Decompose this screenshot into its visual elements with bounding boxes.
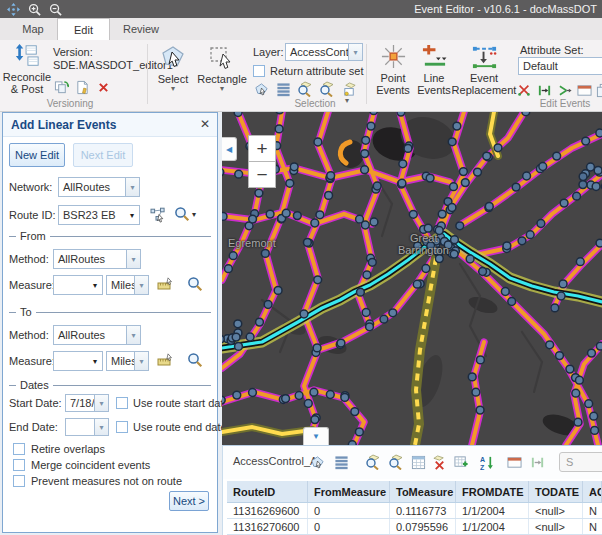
event-replacement-button[interactable]: EventReplacement: [452, 43, 516, 96]
to-method-dropdown[interactable]: AllRoutes ▾: [53, 325, 141, 345]
sort-az-icon[interactable]: [479, 454, 495, 470]
trim-event-icon: [529, 454, 545, 470]
column-header[interactable]: TODATE: [529, 481, 583, 502]
pan-icon[interactable]: [5, 2, 21, 16]
start-date-picker[interactable]: 7/18/ ▾: [65, 394, 109, 412]
from-method-label: Method:: [9, 253, 49, 265]
merge-event-icon[interactable]: [557, 82, 573, 98]
chevron-down-icon: ▾: [125, 178, 139, 196]
map-viewport[interactable]: Egremont Great Barrington ◀ + − ▼: [222, 112, 602, 445]
pan-to-selection-icon[interactable]: [319, 81, 335, 97]
return-attribute-set-checkbox[interactable]: [253, 65, 265, 77]
chevron-down-icon: ▾: [171, 85, 175, 93]
new-version-icon[interactable]: [74, 79, 90, 95]
use-route-start-date-checkbox[interactable]: [116, 397, 128, 409]
line-events-button[interactable]: LineEvents: [414, 43, 454, 96]
tab-map[interactable]: Map: [10, 18, 56, 40]
use-route-start-date-label: Use route start date: [133, 397, 230, 409]
close-icon[interactable]: ✕: [200, 117, 210, 131]
pan-to-selected-icon[interactable]: [388, 454, 404, 470]
column-header[interactable]: FromMeasure: [308, 481, 390, 502]
delete-version-icon[interactable]: [95, 79, 111, 95]
zoom-to-measure-icon[interactable]: [186, 275, 203, 292]
select-route-on-map-icon[interactable]: [149, 206, 166, 223]
collapse-table-button[interactable]: ▼: [303, 427, 329, 445]
edit-events-group-label: Edit Events: [525, 98, 602, 109]
selection-list-icon[interactable]: [275, 81, 291, 97]
attribute-window-icon[interactable]: [506, 454, 522, 470]
table-search-input[interactable]: S: [559, 452, 602, 472]
use-route-end-date-checkbox[interactable]: [116, 421, 128, 433]
chevron-down-icon[interactable]: ▾: [192, 211, 196, 219]
table-row[interactable]: 11316269600 0 0.1116773 1/1/2004 <null> …: [227, 503, 602, 519]
add-record-icon[interactable]: [453, 454, 469, 470]
measure-on-map-icon[interactable]: [156, 276, 173, 293]
from-measure-combobox[interactable]: ▾: [53, 275, 103, 295]
clear-selection-icon[interactable]: [431, 454, 447, 470]
to-measure-label: Measure:: [9, 355, 55, 367]
to-measure-combobox[interactable]: ▾: [53, 351, 103, 371]
attribute-window-icon[interactable]: [576, 82, 592, 98]
map-zoom-in-button[interactable]: +: [248, 135, 276, 162]
pagination-icon[interactable]: [410, 454, 426, 470]
attribute-table: RouteID FromMeasure ToMeasure FROMDATE T…: [227, 481, 602, 535]
map-label-great: Great: [410, 232, 438, 244]
zoom-in-icon[interactable]: [26, 2, 42, 16]
version-properties-icon[interactable]: [53, 79, 69, 95]
zoom-out-icon[interactable]: [47, 2, 63, 16]
prevent-measures-checkbox[interactable]: [13, 475, 25, 487]
rectangle-select-icon: [208, 43, 236, 71]
attribute-set-dropdown[interactable]: Default: [518, 57, 602, 75]
select-button[interactable]: Select ▾: [152, 43, 194, 93]
column-header[interactable]: FROMDATE: [456, 481, 529, 502]
zoom-to-measure-icon[interactable]: [186, 351, 203, 368]
next-button[interactable]: Next >: [169, 491, 209, 511]
layer-dropdown[interactable]: AccessControl_A ▾: [285, 43, 363, 61]
collapse-panel-left-button[interactable]: ◀: [222, 137, 237, 161]
selection-list-icon[interactable]: [333, 454, 349, 470]
table-layer-name[interactable]: AccessControl_A: [233, 455, 317, 467]
event-editor-window: Event Editor - v10.6.1 - docMassDOT Map …: [0, 0, 602, 535]
to-units-dropdown[interactable]: Miles ▾: [106, 351, 149, 371]
select-by-polygon-icon[interactable]: [253, 81, 269, 97]
selectable-layers-icon[interactable]: [341, 81, 357, 97]
from-method-dropdown[interactable]: AllRoutes ▾: [53, 249, 141, 269]
tab-review[interactable]: Review: [112, 18, 170, 40]
map-canvas[interactable]: [222, 112, 602, 445]
end-date-picker[interactable]: ▾: [65, 418, 109, 436]
chevron-down-icon: ▾: [125, 206, 139, 224]
route-id-label: Route ID:: [9, 209, 55, 221]
new-edit-button[interactable]: New Edit: [9, 143, 65, 167]
trim-event-icon[interactable]: [536, 82, 552, 98]
measure-on-map-icon[interactable]: [156, 352, 173, 369]
copy-event-icon[interactable]: [595, 82, 602, 98]
selection-group-label: Selection: [275, 98, 355, 109]
route-id-combobox[interactable]: BSR23 EB ▾: [58, 205, 140, 225]
point-events-button[interactable]: PointEvents: [372, 43, 414, 96]
merge-coincident-events-label: Merge coincident events: [31, 459, 150, 471]
table-cell: 0: [308, 519, 390, 534]
merge-coincident-events-checkbox[interactable]: [13, 459, 25, 471]
column-header[interactable]: ToMeasure: [390, 481, 456, 502]
zoom-to-selected-icon[interactable]: [365, 454, 381, 470]
reconcile-post-button[interactable]: Reconcile & Post: [2, 43, 52, 95]
retire-overlaps-checkbox[interactable]: [13, 443, 25, 455]
table-row[interactable]: 11316270600 0 0.0795596 1/1/2004 <null> …: [227, 519, 602, 535]
map-zoom-out-button[interactable]: −: [248, 161, 276, 188]
table-header-row: RouteID FromMeasure ToMeasure FROMDATE T…: [227, 481, 602, 503]
zoom-to-route-icon[interactable]: [173, 205, 190, 222]
from-measure-label: Measure:: [9, 279, 55, 291]
table-cell: 0.1116773: [390, 503, 456, 518]
tab-edit[interactable]: Edit: [57, 18, 110, 40]
rectangle-select-button[interactable]: Rectangle ▾: [196, 43, 248, 93]
chevron-down-icon: ▾: [220, 85, 224, 93]
collapse-down-icon: ▼: [312, 432, 320, 441]
network-dropdown[interactable]: AllRoutes ▾: [58, 177, 140, 197]
column-header[interactable]: RouteID: [227, 481, 308, 502]
column-header[interactable]: AC: [583, 481, 602, 502]
select-by-polygon-icon[interactable]: [309, 454, 325, 470]
prevent-measures-label: Prevent measures not on route: [31, 475, 182, 487]
from-units-dropdown[interactable]: Miles ▾: [106, 275, 149, 295]
zoom-to-selection-icon[interactable]: [297, 81, 313, 97]
split-event-icon[interactable]: [516, 82, 532, 98]
